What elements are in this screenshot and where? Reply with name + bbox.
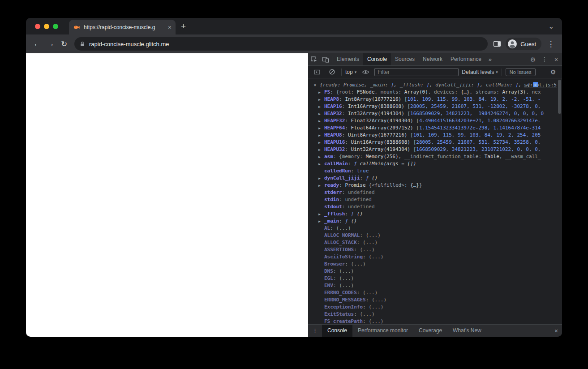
getter-ellipsis[interactable]: (...)	[360, 311, 374, 317]
expand-arrow-icon[interactable]: ▶	[318, 146, 324, 153]
expand-arrow-icon[interactable]: ▶	[318, 96, 324, 103]
console-settings-gear-icon[interactable]: ⚙	[547, 69, 559, 76]
console-text: :	[366, 297, 372, 303]
reload-button[interactable]: ↻	[57, 37, 71, 51]
drawer-menu-icon[interactable]: ⋮	[308, 327, 322, 334]
console-text: , __wasm_call_	[499, 154, 541, 159]
device-toolbar-icon[interactable]	[320, 53, 331, 65]
devtools-tab-network[interactable]: Network	[419, 53, 446, 65]
expand-arrow-icon[interactable]: ▶	[318, 175, 324, 182]
console-text: HEAP32	[324, 111, 342, 116]
side-panel-button[interactable]	[491, 38, 503, 50]
getter-ellipsis[interactable]: (...)	[369, 318, 383, 324]
console-toolbar: top ▾ Default levels ▾ No Issues ⚙	[308, 66, 562, 78]
console-text: ExceptionInfo	[324, 304, 363, 310]
expand-arrow-icon[interactable]: ▶	[318, 118, 324, 124]
console-text: EGL	[324, 275, 333, 281]
devtools-tab-elements[interactable]: Elements	[333, 53, 363, 65]
profile-name: Guest	[520, 41, 536, 47]
getter-ellipsis[interactable]: (...)	[336, 225, 351, 231]
drawer-bar: ⋮ ConsolePerformance monitorCoverageWhat…	[308, 324, 562, 337]
devtools-menu-icon[interactable]: ⋮	[539, 56, 550, 63]
tab-strip-chevron-icon[interactable]: ⌄	[548, 22, 554, 30]
console-text: :	[385, 82, 391, 88]
console-text: 1668509029, 34821223, -1984246274, 0, 0,…	[410, 111, 544, 116]
expand-arrow-icon[interactable]: ▶	[318, 161, 324, 167]
console-text: ,	[480, 82, 486, 88]
javascript-context-dropdown[interactable]: top ▾	[345, 69, 356, 75]
console-line: ALLOC_STACK: (...)	[308, 239, 562, 246]
expand-arrow-icon[interactable]: ▶	[318, 89, 324, 96]
forward-button[interactable]: →	[44, 37, 57, 51]
browser-menu-button[interactable]: ⋮	[544, 37, 558, 51]
drawer-close-icon[interactable]: ×	[550, 327, 562, 335]
console-text: dynCall_jiji	[435, 82, 471, 88]
getter-ellipsis[interactable]: (...)	[369, 304, 383, 310]
console-text: ()	[357, 211, 363, 217]
more-panels-button[interactable]: »	[485, 56, 495, 63]
console-text: :	[363, 254, 369, 260]
live-expression-eye-icon[interactable]	[360, 66, 371, 78]
drawer-tab-what-s-new[interactable]: What's New	[447, 325, 487, 337]
expand-arrow-icon[interactable]: ▶	[318, 218, 324, 225]
source-link[interactable]: script.js:5	[524, 82, 557, 89]
inspect-element-icon[interactable]	[308, 53, 320, 65]
devtools-tab-sources[interactable]: Sources	[391, 53, 419, 65]
expand-arrow-icon[interactable]: ▶	[318, 182, 324, 189]
getter-ellipsis[interactable]: (...)	[351, 261, 366, 267]
traffic-light-maximize-button[interactable]	[53, 24, 58, 29]
traffic-light-minimize-button[interactable]	[44, 24, 49, 29]
getter-ellipsis[interactable]: (...)	[372, 297, 386, 303]
drawer-tab-coverage[interactable]: Coverage	[413, 325, 447, 337]
getter-ellipsis[interactable]: (...)	[369, 254, 383, 260]
console-line: AsciiToString: (...)	[308, 253, 562, 261]
address-bar[interactable]: rapid-concise-muscle.glitch.me	[74, 37, 488, 51]
divider	[502, 69, 502, 76]
arrow-spacer	[318, 275, 324, 282]
console-text: FS_createPath	[324, 318, 363, 324]
browser-tab[interactable]: https://rapid-concise-muscle.g ×	[69, 20, 176, 34]
getter-ellipsis[interactable]: (...)	[363, 240, 378, 245]
drawer-tab-performance-monitor[interactable]: Performance monitor	[352, 325, 413, 337]
console-text: ƒ	[345, 218, 351, 224]
console-line: ▶_main: ƒ ()	[308, 218, 562, 225]
back-button[interactable]: ←	[30, 37, 44, 51]
tab-close-icon[interactable]: ×	[168, 24, 172, 30]
getter-ellipsis[interactable]: (...)	[339, 268, 354, 274]
log-levels-dropdown[interactable]: Default levels ▾	[462, 69, 498, 75]
expand-arrow-icon[interactable]: ▶	[318, 103, 324, 110]
divider	[341, 69, 342, 76]
expand-arrow-icon[interactable]: ▼	[314, 82, 320, 89]
console-text: ALLOC_NORMAL	[324, 232, 360, 238]
traffic-light-close-button[interactable]	[35, 24, 40, 29]
getter-ellipsis[interactable]: (...)	[339, 283, 354, 288]
console-text: : {root:	[330, 89, 357, 95]
console-line: ASSERTIONS: (...)	[308, 246, 562, 253]
url-text: rapid-concise-muscle.glitch.me	[89, 41, 169, 47]
devtools-close-icon[interactable]: ×	[550, 56, 562, 63]
expand-arrow-icon[interactable]: ▶	[318, 132, 324, 139]
devtools-tab-performance[interactable]: Performance	[446, 53, 485, 65]
devtools-settings-gear-icon[interactable]: ⚙	[527, 56, 539, 63]
expand-arrow-icon[interactable]: ▶	[318, 154, 324, 160]
console-line: ERRNO_CODES: (...)	[308, 289, 562, 296]
issues-counter-button[interactable]: No Issues	[506, 68, 536, 76]
expand-arrow-icon[interactable]: ▶	[318, 125, 324, 132]
getter-ellipsis[interactable]: (...)	[366, 232, 381, 238]
console-filter-input[interactable]	[374, 68, 459, 76]
clear-console-icon[interactable]	[326, 66, 338, 78]
getter-ellipsis[interactable]: (...)	[360, 247, 374, 253]
expand-arrow-icon[interactable]: ▶	[318, 139, 324, 146]
profile-chip[interactable]: Guest	[506, 38, 541, 50]
getter-ellipsis[interactable]: (...)	[339, 275, 354, 281]
drawer-tab-console[interactable]: Console	[322, 325, 352, 337]
new-tab-button[interactable]: +	[181, 21, 186, 31]
console-text: callMain	[486, 82, 510, 88]
console-text: 4.490441516634203e+21, 1.08240766329147e…	[419, 118, 541, 124]
expand-arrow-icon[interactable]: ▶	[318, 111, 324, 117]
console-sidebar-icon[interactable]	[311, 66, 323, 78]
getter-ellipsis[interactable]: (...)	[363, 290, 378, 296]
console-text: Float32Array(4194304)	[351, 118, 416, 124]
devtools-tab-console[interactable]: Console	[363, 53, 391, 65]
expand-arrow-icon[interactable]: ▶	[318, 211, 324, 218]
